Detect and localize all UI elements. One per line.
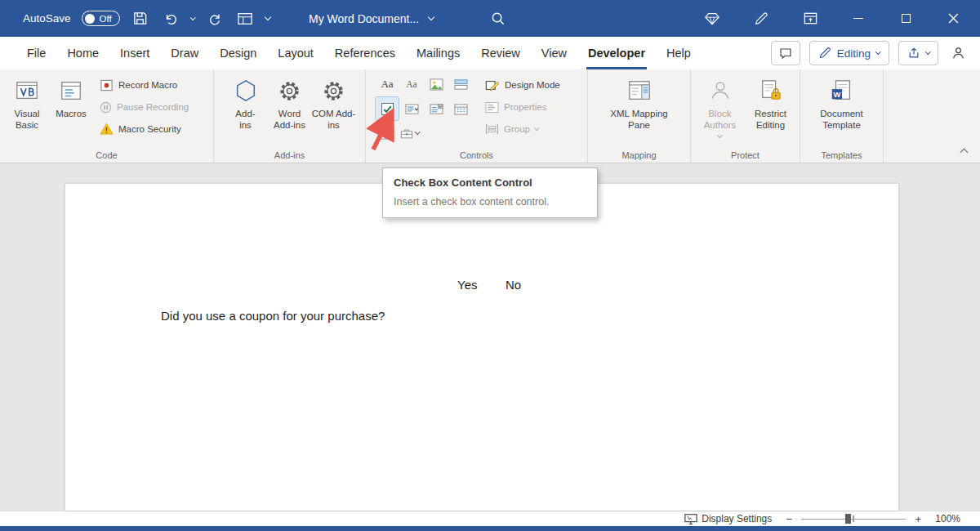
com-addins-button[interactable]: COM Add-ins (312, 72, 356, 132)
quick-access-chevron-icon[interactable] (265, 14, 271, 20)
record-macro-label: Record Macro (118, 80, 177, 90)
tooltip-title: Check Box Content Control (394, 176, 586, 189)
ribbon-display-icon[interactable] (800, 8, 820, 29)
zoom-out-button[interactable]: − (785, 513, 793, 525)
tab-developer[interactable]: Developer (577, 37, 656, 69)
group-icon (485, 123, 499, 135)
record-macro-button[interactable]: Record Macro (96, 75, 192, 95)
rich-text-control-button[interactable]: Aa (376, 73, 399, 96)
pen-icon[interactable] (751, 8, 771, 29)
design-mode-label: Design Mode (505, 80, 560, 90)
table-icon[interactable] (235, 8, 255, 29)
search-icon[interactable] (490, 11, 506, 26)
share-button[interactable] (898, 41, 939, 65)
tab-help[interactable]: Help (656, 37, 702, 69)
properties-button[interactable]: Properties (482, 97, 564, 117)
building-block-icon (454, 78, 468, 91)
xml-mapping-icon (627, 76, 652, 105)
zoom-level[interactable]: 100% (935, 513, 960, 524)
editing-pen-icon (818, 47, 831, 60)
group-label-code: Code (0, 150, 213, 160)
ribbon-tab-bar: File Home Insert Draw Design Layout Refe… (0, 37, 980, 69)
combo-box-control-button[interactable] (400, 97, 423, 120)
group-chevron-icon (534, 125, 539, 130)
legacy-tools-chevron-icon[interactable] (415, 129, 420, 134)
design-mode-icon (485, 78, 500, 92)
zoom-slider[interactable] (801, 513, 906, 524)
macro-security-button[interactable]: Macro Security (96, 119, 192, 139)
picture-control-button[interactable] (425, 73, 448, 96)
tab-draw[interactable]: Draw (160, 37, 209, 69)
word-addins-button[interactable]: Word Add-ins (268, 72, 312, 132)
zoom-slider-tick (853, 515, 854, 522)
zoom-slider-thumb[interactable] (845, 514, 851, 524)
gem-icon[interactable] (702, 8, 722, 29)
block-authors-label: Block Authors (695, 108, 746, 132)
macros-label: Macros (56, 108, 87, 119)
group-label: Group (504, 124, 530, 134)
tab-references[interactable]: References (324, 37, 406, 69)
comment-icon (778, 47, 793, 60)
tab-home[interactable]: Home (56, 37, 109, 69)
addins-button[interactable]: Add-ins (224, 72, 268, 132)
titlebar: AutoSave Off My Word Document... (0, 0, 980, 37)
group-templates: W Document Template Templates (800, 69, 884, 163)
gear-icon (322, 76, 345, 105)
tab-view[interactable]: View (531, 37, 577, 69)
picture-icon (430, 78, 443, 91)
ribbon-developer: Visual Basic Macros Record Macro Pause R… (0, 69, 980, 163)
document-title-chevron-icon (428, 14, 434, 20)
visual-basic-button[interactable]: Visual Basic (5, 72, 49, 132)
collapse-ribbon-chevron-icon[interactable] (960, 149, 969, 157)
tab-insert[interactable]: Insert (109, 37, 160, 69)
doc-text-yes: Yes (457, 278, 477, 292)
document-template-label: Document Template (808, 108, 876, 132)
maximize-button[interactable] (897, 10, 915, 28)
annotation-arrow (366, 107, 403, 156)
zoom-in-button[interactable]: + (914, 513, 922, 525)
display-settings-button[interactable]: Display Settings (684, 513, 772, 525)
statusbar: Display Settings − + 100% (0, 511, 980, 526)
dropdown-list-control-button[interactable] (425, 97, 448, 120)
share-icon (907, 47, 920, 60)
undo-menu-chevron-icon[interactable] (190, 15, 195, 20)
document-title[interactable]: My Word Document... (309, 0, 434, 37)
save-icon[interactable] (131, 8, 150, 29)
pause-recording-button[interactable]: Pause Recording (96, 97, 192, 117)
plain-text-control-button[interactable]: Aa (400, 73, 423, 96)
editing-label: Editing (837, 47, 871, 60)
plain-text-label: Aa (406, 79, 416, 89)
zoom-controls: − + (785, 513, 922, 525)
autosave-toggle[interactable]: Off (82, 11, 120, 26)
tab-design[interactable]: Design (209, 37, 267, 69)
building-block-control-button[interactable] (449, 73, 472, 96)
design-mode-button[interactable]: Design Mode (482, 75, 564, 95)
xml-mapping-pane-button[interactable]: XML Mapping Pane (605, 72, 674, 132)
tab-review[interactable]: Review (470, 37, 531, 69)
person-icon[interactable] (947, 46, 969, 60)
addins-label: Add-ins (233, 108, 259, 132)
group-label-templates: Templates (800, 150, 883, 160)
document-template-button[interactable]: W Document Template (808, 72, 876, 132)
date-picker-control-button[interactable] (449, 97, 472, 120)
block-authors-button[interactable]: Block Authors (695, 72, 746, 136)
redo-icon[interactable] (205, 8, 225, 29)
tab-file[interactable]: File (16, 37, 56, 69)
document-title-text: My Word Document... (309, 12, 419, 25)
editing-mode-button[interactable]: Editing (809, 41, 889, 65)
macros-button[interactable]: Macros (49, 72, 93, 132)
display-settings-icon (684, 513, 697, 525)
minimize-button[interactable] (849, 10, 867, 28)
xml-mapping-pane-label: XML Mapping Pane (605, 108, 674, 132)
group-button[interactable]: Group (482, 119, 564, 139)
tab-layout[interactable]: Layout (267, 37, 324, 69)
group-code: Visual Basic Macros Record Macro Pause R… (0, 69, 214, 163)
restrict-editing-button[interactable]: Restrict Editing (746, 72, 796, 136)
document-page[interactable]: Yes No Did you use a coupon for your pur… (65, 184, 898, 511)
svg-text:W: W (833, 91, 840, 99)
autosave-state: Off (100, 14, 112, 24)
tab-mailings[interactable]: Mailings (406, 37, 470, 69)
close-button[interactable] (944, 10, 962, 28)
comments-button[interactable] (771, 41, 800, 65)
undo-icon[interactable] (161, 8, 180, 29)
